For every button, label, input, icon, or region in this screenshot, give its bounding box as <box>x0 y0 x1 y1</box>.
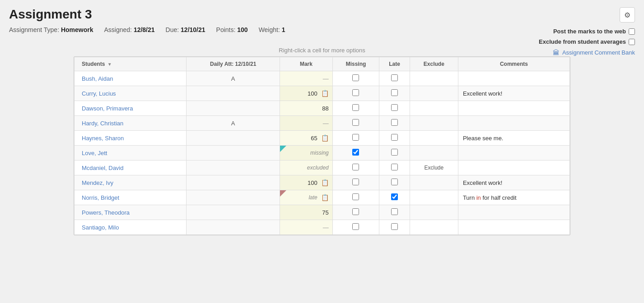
mark-value: 100 <box>308 90 317 97</box>
comment-doc-icon[interactable]: 📋 <box>321 194 329 201</box>
missing-checkbox[interactable] <box>352 119 359 126</box>
missing-checkbox[interactable] <box>352 179 359 185</box>
table-row: Mendez, Ivy100📋Excellent work! <box>75 175 570 190</box>
exclude-cell <box>410 71 458 86</box>
missing-checkbox[interactable] <box>352 223 359 230</box>
missing-checkbox[interactable] <box>352 89 359 96</box>
gear-icon: ⚙ <box>624 11 630 19</box>
missing-cell <box>332 161 379 175</box>
mark-cell[interactable]: 88 <box>280 101 333 116</box>
mark-cell[interactable]: excluded <box>280 161 333 175</box>
mark-value: 100 <box>308 179 317 186</box>
table-row: Love, Jettmissing <box>75 146 570 161</box>
col-header-comments: Comments <box>458 57 569 71</box>
student-link[interactable]: Love, Jett <box>82 150 107 156</box>
red-text: in <box>476 194 481 201</box>
missing-checkbox[interactable] <box>352 164 359 170</box>
student-link[interactable]: Powers, Theodora <box>82 209 130 216</box>
late-checkbox[interactable] <box>391 89 398 96</box>
student-name-cell: Santiago, Milo <box>75 220 187 235</box>
late-checkbox[interactable] <box>391 134 398 141</box>
missing-cell <box>332 175 379 190</box>
mark-cell[interactable]: 100📋 <box>280 86 333 101</box>
missing-triangle-icon <box>280 146 286 152</box>
comment-doc-icon[interactable]: 📋 <box>321 134 329 142</box>
mark-cell[interactable]: — <box>280 220 333 235</box>
comment-doc-icon[interactable]: 📋 <box>321 90 329 97</box>
points-meta: Points: 100 <box>216 26 248 33</box>
attendance-cell <box>187 175 280 190</box>
missing-checkbox[interactable] <box>352 149 359 156</box>
student-link[interactable]: Hardy, Christian <box>82 120 123 127</box>
comment-bank-link[interactable]: 🏛 Assignment Comment Bank <box>553 49 635 56</box>
post-marks-option: Post the marks to the web <box>553 28 635 35</box>
col-header-missing: Missing <box>332 57 379 71</box>
student-link[interactable]: Mendez, Ivy <box>82 179 113 186</box>
late-cell <box>379 161 410 175</box>
grades-table: Students ▼ Daily Att: 12/10/21 Mark Miss… <box>74 57 570 235</box>
type-meta: Assignment Type: Homework <box>9 26 93 33</box>
mark-cell[interactable]: — <box>280 71 333 86</box>
comment-cell: Please see me. <box>458 131 569 146</box>
exclude-averages-option: Exclude from student averages <box>539 38 635 45</box>
attendance-cell <box>187 205 280 220</box>
attendance-cell <box>187 190 280 205</box>
comment-cell <box>458 116 569 131</box>
student-link[interactable]: Santiago, Milo <box>82 224 119 231</box>
student-link[interactable]: Curry, Lucius <box>82 90 116 97</box>
late-checkbox[interactable] <box>391 223 398 230</box>
mark-value: 88 <box>322 105 328 112</box>
attendance-cell <box>187 86 280 101</box>
late-checkbox[interactable] <box>391 149 398 156</box>
late-checkbox[interactable] <box>391 179 398 185</box>
col-header-exclude: Exclude <box>410 57 458 71</box>
missing-checkbox[interactable] <box>352 104 359 111</box>
student-name-cell: Hardy, Christian <box>75 116 187 131</box>
mark-cell[interactable]: 100📋 <box>280 175 333 190</box>
missing-checkbox[interactable] <box>352 134 359 141</box>
student-link[interactable]: Haynes, Sharon <box>82 135 124 142</box>
student-name-cell: Powers, Theodora <box>75 205 187 220</box>
mark-value-dash: — <box>323 120 329 127</box>
gear-button[interactable]: ⚙ <box>620 7 635 23</box>
col-header-daily-att: Daily Att: 12/10/21 <box>187 57 280 71</box>
student-link[interactable]: Dawson, Primavera <box>82 105 133 112</box>
late-checkbox[interactable] <box>391 119 398 126</box>
student-link[interactable]: Norris, Bridget <box>82 194 119 201</box>
post-marks-checkbox[interactable] <box>629 28 635 35</box>
table-row: Norris, Bridgetlate📋Turn in for half cre… <box>75 190 570 205</box>
missing-cell <box>332 190 379 205</box>
grades-table-wrapper: Students ▼ Daily Att: 12/10/21 Mark Miss… <box>74 56 570 235</box>
exclude-averages-checkbox[interactable] <box>629 39 635 45</box>
late-checkbox[interactable] <box>391 208 398 215</box>
late-checkbox[interactable] <box>391 193 398 200</box>
mark-cell[interactable]: 75 <box>280 205 333 220</box>
missing-checkbox[interactable] <box>352 208 359 215</box>
comment-cell: Excellent work! <box>458 175 569 190</box>
mark-cell[interactable]: — <box>280 116 333 131</box>
late-checkbox[interactable] <box>391 74 398 81</box>
exclude-cell <box>410 101 458 116</box>
student-link[interactable]: Bush, Aidan <box>82 75 113 82</box>
student-link[interactable]: Mcdaniel, David <box>82 165 124 171</box>
mark-cell[interactable]: late📋 <box>280 190 333 205</box>
attendance-cell <box>187 131 280 146</box>
table-row: Haynes, Sharon65📋Please see me. <box>75 131 570 146</box>
mark-cell[interactable]: 65📋 <box>280 131 333 146</box>
exclude-cell <box>410 116 458 131</box>
missing-checkbox[interactable] <box>352 193 359 200</box>
table-row: Hardy, ChristianA— <box>75 116 570 131</box>
late-cell <box>379 116 410 131</box>
col-header-late: Late <box>379 57 410 71</box>
missing-cell <box>332 116 379 131</box>
missing-cell <box>332 131 379 146</box>
late-checkbox[interactable] <box>391 104 398 111</box>
missing-checkbox[interactable] <box>352 74 359 81</box>
late-checkbox[interactable] <box>391 164 398 170</box>
weight-meta: Weight: 1 <box>259 26 285 33</box>
mark-cell[interactable]: missing <box>280 146 333 161</box>
comment-doc-icon[interactable]: 📋 <box>321 179 329 186</box>
comment-cell: Excellent work! <box>458 86 569 101</box>
comment-bank-label: Assignment Comment Bank <box>562 49 635 56</box>
table-row: Curry, Lucius100📋Excellent work! <box>75 86 570 101</box>
